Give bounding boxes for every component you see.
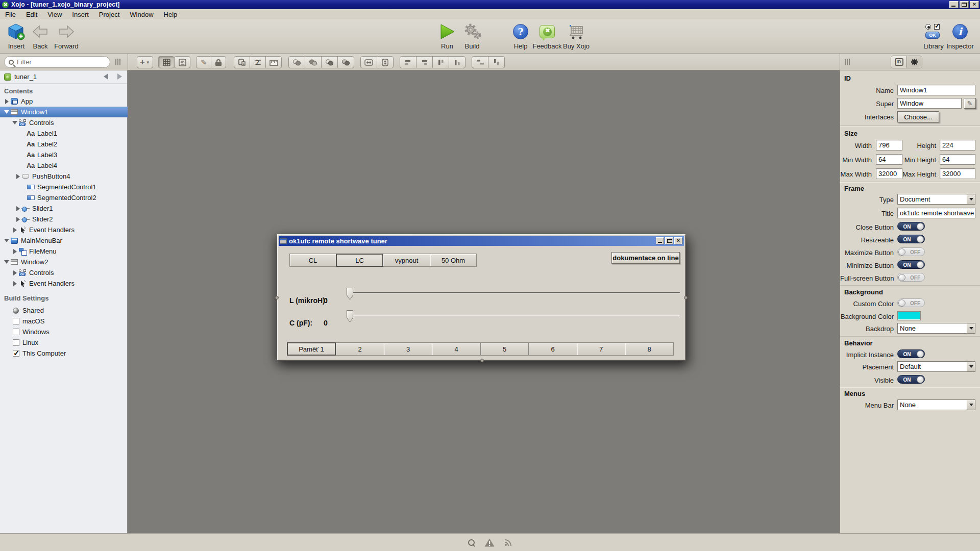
menu-view[interactable]: View xyxy=(42,9,67,19)
close-button-toggle[interactable]: ON xyxy=(897,222,925,231)
tree-item-controls[interactable]: OK Controls xyxy=(0,117,128,128)
disclosure-icon[interactable] xyxy=(3,99,10,104)
tab-inspector-advanced[interactable] xyxy=(906,56,922,68)
send-backward-button[interactable] xyxy=(288,56,305,68)
tree-item-label2[interactable]: Aa Label2 xyxy=(0,139,128,149)
frame-type-dropdown[interactable]: Document xyxy=(897,194,975,205)
menu-help[interactable]: Help xyxy=(159,9,183,19)
designed-window-titlebar[interactable]: ok1ufc remote shortwave tuner × xyxy=(279,236,684,246)
fullscreen-button-toggle[interactable]: OFF xyxy=(897,273,925,282)
interfaces-choose-button[interactable]: Choose... xyxy=(897,111,939,122)
tree-item-controls2[interactable]: OK Controls xyxy=(0,267,128,278)
build-target-linux[interactable]: Linux xyxy=(0,337,128,348)
inspector-button[interactable]: i Inspector xyxy=(942,22,978,50)
disclosure-icon[interactable] xyxy=(3,110,10,114)
disclosure-icon[interactable] xyxy=(11,270,18,276)
equal-width-button[interactable] xyxy=(360,56,377,68)
disclosure-icon[interactable] xyxy=(3,260,10,264)
designed-window-body[interactable]: CL LC vypnout 50 Ohm dokumentace on line… xyxy=(279,246,685,360)
build-target-windows[interactable]: Windows xyxy=(0,327,128,337)
build-button[interactable]: Build xyxy=(454,22,490,50)
space-horizontal-button[interactable] xyxy=(472,56,488,68)
segment-memory-6[interactable]: 6 xyxy=(528,342,577,356)
placement-dropdown[interactable]: Default xyxy=(897,361,975,372)
max-width-field[interactable]: 32000 xyxy=(876,168,902,179)
resize-handle-left[interactable] xyxy=(275,296,279,299)
super-field[interactable]: Window xyxy=(897,98,962,109)
tree-item-pushbutton4[interactable]: PushButton4 xyxy=(0,171,128,182)
tree-item-event-handlers[interactable]: Event Handlers xyxy=(0,224,128,235)
designed-window[interactable]: ok1ufc remote shortwave tuner × CL LC vy… xyxy=(277,234,686,361)
maximize-button-toggle[interactable]: OFF xyxy=(897,247,925,256)
slider-c-track[interactable] xyxy=(350,315,680,316)
backdrop-dropdown[interactable]: None xyxy=(897,323,975,334)
layout-view-toggle[interactable] xyxy=(158,56,175,68)
disclosure-icon[interactable] xyxy=(11,228,18,233)
menu-file[interactable]: File xyxy=(0,9,21,19)
tree-item-event-handlers2[interactable]: Event Handlers xyxy=(0,278,128,289)
menu-bar-dropdown[interactable]: None xyxy=(897,399,975,410)
height-field[interactable]: 224 xyxy=(940,140,975,151)
disclosure-icon[interactable] xyxy=(14,206,21,211)
maximize-button[interactable] xyxy=(960,1,969,8)
tree-item-segmentedcontrol2[interactable]: SegmentedControl2 xyxy=(0,192,128,203)
menu-window[interactable]: Window xyxy=(125,9,158,19)
custom-color-toggle[interactable]: OFF xyxy=(897,298,925,307)
minimize-button[interactable] xyxy=(949,1,959,8)
checkbox-unchecked-icon[interactable] xyxy=(13,318,19,324)
space-vertical-button[interactable] xyxy=(488,56,505,68)
tree-item-label1[interactable]: Aa Label1 xyxy=(0,128,128,139)
bring-forward-button[interactable] xyxy=(305,56,322,68)
measure-button[interactable] xyxy=(265,56,282,68)
max-height-field[interactable]: 32000 xyxy=(940,168,975,179)
checkbox-checked-icon[interactable] xyxy=(13,350,19,357)
disclosure-icon[interactable] xyxy=(14,217,21,222)
implicit-instance-toggle[interactable]: ON xyxy=(897,349,925,358)
align-right-button[interactable] xyxy=(416,56,433,68)
tab-inspector-properties[interactable]: ID xyxy=(891,56,906,68)
align-left-button[interactable] xyxy=(400,56,416,68)
segment-memory-8[interactable]: 8 xyxy=(625,342,674,356)
super-edit-button[interactable]: ✎ xyxy=(964,98,976,109)
resizeable-toggle[interactable]: ON xyxy=(897,235,925,243)
segment-memory-7[interactable]: 7 xyxy=(577,342,625,356)
disclosure-icon[interactable] xyxy=(3,239,10,242)
warnings-icon[interactable] xyxy=(484,538,495,547)
align-bottom-button[interactable] xyxy=(449,56,465,68)
sidebar-resize-grip[interactable] xyxy=(115,59,120,65)
tree-item-slider1[interactable]: Slider1 xyxy=(0,203,128,214)
lock-button[interactable] xyxy=(211,56,226,68)
disclosure-icon[interactable] xyxy=(11,121,18,124)
segment-50ohm[interactable]: 50 Ohm xyxy=(430,254,477,267)
tree-item-window2[interactable]: Window2 xyxy=(0,257,128,267)
code-view-toggle[interactable] xyxy=(174,56,190,68)
segment-lc[interactable]: LC xyxy=(336,254,383,267)
tree-item-filemenu[interactable]: FileMenu xyxy=(0,246,128,257)
segment-memory-4[interactable]: 4 xyxy=(432,342,481,356)
filter-input[interactable] xyxy=(17,58,93,66)
slider-c-thumb[interactable] xyxy=(347,310,353,322)
align-top-button[interactable] xyxy=(432,56,449,68)
segment-vypnout[interactable]: vypnout xyxy=(383,254,430,267)
layout-canvas[interactable]: ok1ufc remote shortwave tuner × CL LC vy… xyxy=(128,70,840,533)
name-field[interactable]: Window1 xyxy=(897,85,975,95)
menu-edit[interactable]: Edit xyxy=(21,9,42,19)
width-field[interactable]: 796 xyxy=(876,140,902,151)
segment-memory-2[interactable]: 2 xyxy=(335,342,384,356)
disclosure-icon[interactable] xyxy=(14,174,21,179)
tree-item-slider2[interactable]: Slider2 xyxy=(0,214,128,224)
tree-item-label4[interactable]: Aa Label4 xyxy=(0,160,128,171)
slider-l-thumb[interactable] xyxy=(347,288,353,300)
search-status-icon[interactable] xyxy=(468,539,475,546)
filter-box[interactable] xyxy=(4,56,110,68)
buy-xojo-button[interactable]: Buy Xojo xyxy=(558,22,594,50)
close-button[interactable]: × xyxy=(970,1,979,8)
menu-insert[interactable]: Insert xyxy=(67,9,94,19)
disclosure-icon[interactable] xyxy=(11,249,18,254)
menu-project[interactable]: Project xyxy=(94,9,125,19)
nav-back-icon[interactable] xyxy=(104,73,108,80)
bring-to-front-button[interactable] xyxy=(337,56,354,68)
frame-title-field[interactable]: ok1ufc remote shortwave tu xyxy=(897,208,975,218)
visible-toggle[interactable]: ON xyxy=(897,375,925,384)
add-control-button[interactable]: +▼ xyxy=(137,56,153,68)
